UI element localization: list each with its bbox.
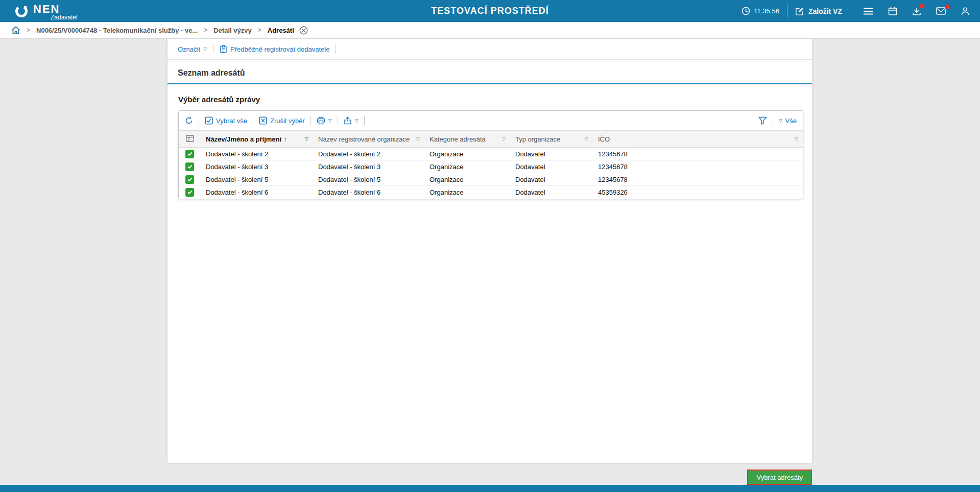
select-addressees-button[interactable]: Vybrat adresáty [747,470,812,485]
export-button[interactable]: ▽ [344,116,358,125]
table-row[interactable]: Dodavatel - školení 6 Dodavatel - školen… [179,186,803,199]
grid-toolbar-right: ▽ Vše [758,116,797,125]
compose-icon [795,7,804,16]
column-chooser-header[interactable] [179,131,201,148]
select-all-button[interactable]: Vybrat vše [205,116,247,125]
menu-button[interactable] [863,7,873,15]
cell-ico: 45359326 [593,186,803,199]
column-header-ico[interactable]: IČO ▽ [593,131,803,148]
divider [213,44,213,54]
close-circle-icon [299,26,308,35]
home-icon [11,26,20,34]
chevron-down-icon: ▽ [355,119,358,123]
filter-button[interactable] [758,116,767,125]
row-checkbox[interactable] [185,188,194,197]
row-checkbox[interactable] [185,175,194,184]
user-profile-button[interactable] [961,7,970,16]
home-button[interactable] [11,26,20,34]
table-row[interactable]: Dodavatel - školení 5 Dodavatel - školen… [179,173,803,186]
column-label: Název/Jméno a příjmení [206,135,281,143]
column-label: Název registrované organizace [318,135,410,143]
cell-ico: 12345678 [593,160,803,173]
funnel-icon [758,116,767,125]
brand-role: Zadavatel [51,14,78,21]
time-text: 11:35:56 [754,7,779,15]
cell-name: Dodavatel - školení 2 [201,148,313,160]
breadcrumb-item-procurement[interactable]: N006/25/V00004748 - Telekomunikační služ… [36,27,198,34]
column-header-type[interactable]: Typ organizace ▽ [510,131,593,148]
divider [850,5,850,17]
table-header-row: Název/Jméno a příjmení↑ ▽ Název registro… [179,131,803,148]
row-checkbox[interactable] [185,162,194,171]
refresh-icon [185,116,193,125]
header-icon-group [863,7,970,16]
checkbox-x-icon [259,116,267,125]
checkbox-check-icon [205,116,213,125]
filter-caret-icon[interactable]: ▽ [795,137,798,142]
column-header-name[interactable]: Název/Jméno a příjmení↑ ▽ [201,131,313,148]
panel-toolbar: Označit ▽ Předběžně registrovat dodavate… [168,39,812,60]
preregister-supplier-button[interactable]: Předběžně registrovat dodavatele [220,45,329,53]
close-tab-button[interactable] [299,26,308,35]
cell-type: Dodavatel [510,173,593,186]
session-time: 11:35:56 [742,7,779,15]
chevron-down-icon: ▽ [779,119,782,123]
nen-logo-icon [14,4,29,18]
brand-block: NEN Zadavatel [33,0,94,22]
filter-scope-dropdown[interactable]: ▽ Vše [779,117,797,125]
row-checkbox[interactable] [185,150,194,158]
column-chooser-icon [186,135,194,142]
create-vz-label: Založit VZ [808,7,842,15]
divider [364,116,365,125]
cell-ico: 12345678 [593,148,803,160]
print-button[interactable]: ▽ [317,116,332,125]
cell-category: Organizace [424,186,510,199]
cell-category: Organizace [424,148,510,160]
addressees-grid: Vybrat vše Zrušit výběr [178,110,803,199]
clear-selection-button[interactable]: Zrušit výběr [259,116,305,125]
calendar-button[interactable] [888,7,897,16]
create-vz-button[interactable]: Založit VZ [795,7,842,16]
breadcrumb-item-detail[interactable]: Detail výzvy [213,27,251,34]
cell-category: Organizace [424,173,510,186]
cell-org: Dodavatel - školení 3 [313,160,424,173]
content-area: Označit ▽ Předběžně registrovat dodavate… [0,39,980,485]
divider [773,116,773,125]
downloads-button[interactable] [912,7,921,16]
column-header-category[interactable]: Kategorie adresáta ▽ [424,131,510,148]
section-underline [168,83,812,84]
breadcrumb-separator: > [204,27,207,34]
cell-ico: 12345678 [593,173,803,186]
divider [253,116,253,125]
grid-toolbar: Vybrat vše Zrušit výběr [179,111,803,130]
printer-icon [317,116,325,125]
mark-dropdown-button[interactable]: Označit ▽ [178,45,207,53]
table-row[interactable]: Dodavatel - školení 3 Dodavatel - školen… [179,160,803,173]
filter-caret-icon[interactable]: ▽ [416,137,420,142]
clear-selection-label: Zrušit výběr [270,117,305,125]
check-icon [187,176,193,182]
chevron-down-icon: ▽ [203,47,207,52]
filter-caret-icon[interactable]: ▽ [502,137,506,142]
breadcrumb-item-addressees[interactable]: Adresáti [268,27,294,34]
divider [787,5,787,17]
divider [336,44,336,54]
column-label: Kategorie adresáta [429,135,486,143]
filter-caret-icon[interactable]: ▽ [585,137,588,142]
clock-icon [742,7,750,15]
refresh-button[interactable] [185,116,193,125]
check-icon [187,163,193,170]
divider [310,116,311,125]
check-icon [187,151,193,157]
messages-button[interactable] [936,7,946,15]
top-bar: NEN Zadavatel TESTOVACÍ PROSTŘEDÍ 11:35:… [0,0,980,22]
table-row[interactable]: Dodavatel - školení 2 Dodavatel - školen… [179,148,803,160]
preregister-label: Předběžně registrovat dodavatele [230,45,329,53]
app-logo[interactable]: NEN Zadavatel [14,0,94,22]
notification-badge [920,4,924,8]
addressees-panel: Označit ▽ Předběžně registrovat dodavate… [168,39,812,463]
mark-label: Označit [178,45,200,53]
column-header-org[interactable]: Název registrované organizace ▽ [313,131,424,148]
filter-caret-icon[interactable]: ▽ [305,137,308,142]
chevron-down-icon: ▽ [328,119,332,123]
